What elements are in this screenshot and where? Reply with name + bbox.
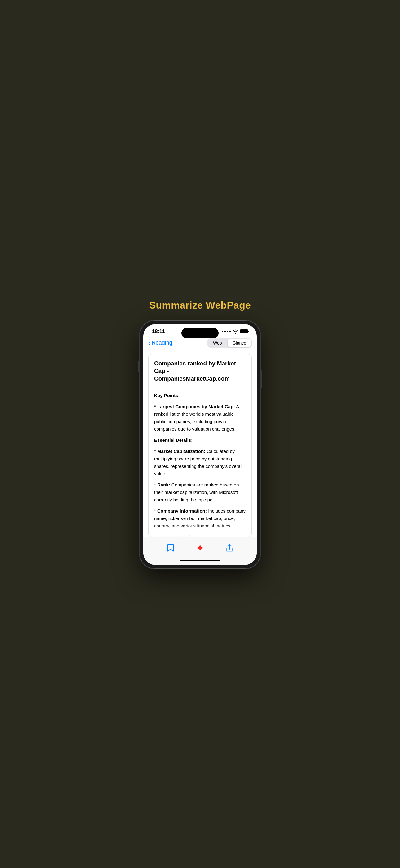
- home-bar: [180, 560, 220, 561]
- segment-glance[interactable]: Glance: [228, 339, 251, 347]
- content-card: Companies ranked by Market Cap - Compani…: [148, 354, 252, 537]
- wifi-icon: [233, 330, 238, 334]
- status-bar: 18:11: [143, 324, 257, 337]
- company-info-text: * Company Information: Includes company …: [154, 507, 246, 530]
- sparkle-button[interactable]: ✦: [193, 541, 207, 555]
- content-area: Companies ranked by Market Cap - Compani…: [143, 351, 257, 537]
- sparkle-icon: ✦: [196, 542, 204, 553]
- segment-control: Web Glance: [207, 338, 252, 348]
- phone-screen: 18:11: [143, 324, 257, 565]
- segment-web[interactable]: Web: [208, 339, 227, 347]
- status-time: 18:11: [152, 329, 165, 335]
- chevron-left-icon: ‹: [148, 339, 151, 346]
- top20-heading: Top 20 Companies:: [154, 533, 246, 537]
- status-icons: [222, 330, 248, 334]
- phone-device: 18:11: [139, 320, 261, 569]
- rank-text: * Rank: Companies are ranked based on th…: [154, 481, 246, 503]
- back-button[interactable]: ‹ Reading: [148, 339, 172, 346]
- home-indicator: [143, 557, 257, 565]
- nav-bar: ‹ Reading Web Glance: [143, 337, 257, 351]
- share-button[interactable]: [223, 541, 236, 555]
- battery-icon: [240, 330, 248, 333]
- market-cap-text: * Market Capitalization: Calculated by m…: [154, 448, 246, 477]
- largest-companies-text: * Largest Companies by Market Cap: A ran…: [154, 403, 246, 433]
- signal-icon: [222, 331, 231, 332]
- card-title: Companies ranked by Market Cap - Compani…: [154, 360, 246, 383]
- dynamic-island: [181, 328, 219, 338]
- back-label: Reading: [152, 340, 172, 346]
- card-divider: [154, 387, 246, 388]
- key-points-heading: Key Points:: [154, 392, 246, 399]
- page-wrapper: Summarize WebPage 18:11: [126, 300, 274, 569]
- page-title: Summarize WebPage: [149, 300, 251, 311]
- essential-details-heading: Essential Details:: [154, 436, 246, 444]
- bottom-toolbar: ✦: [143, 537, 257, 557]
- bookmark-button[interactable]: [164, 541, 177, 555]
